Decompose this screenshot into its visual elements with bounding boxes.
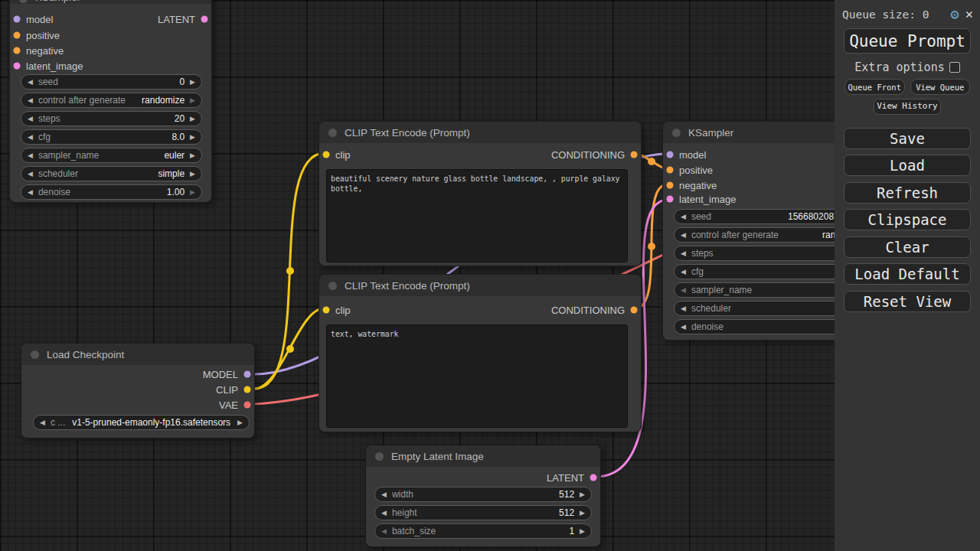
decrement-arrow-icon[interactable]: ◀ [28, 188, 33, 196]
queue-front-button[interactable]: Queue Front [844, 79, 905, 95]
decrement-arrow-icon[interactable]: ◀ [381, 491, 387, 498]
slot-dot-icon[interactable] [243, 370, 251, 378]
widget-control-after-generate[interactable]: ◀ control after generate randomize [674, 227, 845, 243]
slot-dot-icon[interactable] [322, 151, 330, 158]
settings-gear-icon[interactable]: ⚙ [950, 7, 959, 21]
clipspace-button[interactable]: Clipspace [844, 209, 971, 230]
widget-cfg[interactable]: ◀ cfg [674, 264, 845, 279]
input-slot-model[interactable]: model [666, 148, 706, 161]
output-slot-vae[interactable]: VAE [219, 399, 251, 411]
node-canvas[interactable]: KSampler model positive negative latent_… [0, 0, 980, 551]
slot-dot-icon[interactable] [666, 195, 674, 203]
decrement-arrow-icon[interactable]: ◀ [28, 133, 33, 141]
slot-dot-icon[interactable] [13, 15, 21, 23]
node-title-bar[interactable]: KSampler [663, 122, 857, 143]
widget-seed[interactable]: ◀ seed 0 ▶ [21, 74, 202, 90]
output-slot-latent[interactable]: LATENT [158, 13, 208, 25]
load-default-button[interactable]: Load Default [844, 263, 971, 285]
slot-dot-icon[interactable] [666, 181, 674, 189]
widget-ckpt-name[interactable]: ◀ c ... v1-5-pruned-emaonly-fp16.safeten… [33, 415, 250, 430]
slot-dot-icon[interactable] [666, 166, 674, 174]
output-slot-model[interactable]: MODEL [203, 368, 251, 380]
output-slot-conditioning[interactable]: CONDITIONING [551, 304, 638, 316]
view-queue-button[interactable]: View Queue [910, 79, 971, 95]
input-slot-clip[interactable]: clip [322, 304, 351, 316]
slot-dot-icon[interactable] [666, 151, 674, 158]
negative-prompt-textarea[interactable]: text, watermark [326, 324, 628, 428]
increment-arrow-icon[interactable]: ▶ [190, 188, 195, 196]
node-title-bar[interactable]: Empty Latent Image [366, 445, 600, 467]
widget-scheduler[interactable]: ◀ scheduler [674, 301, 845, 316]
slot-dot-icon[interactable] [243, 401, 251, 409]
increment-arrow-icon[interactable]: ▶ [190, 115, 195, 122]
node-clip-text-encode-negative[interactable]: CLIP Text Encode (Prompt) clip CONDITION… [318, 274, 642, 432]
output-slot-clip[interactable]: CLIP [216, 383, 251, 396]
save-button[interactable]: Save [844, 128, 971, 149]
input-slot-model[interactable]: model [13, 13, 53, 25]
widget-denoise[interactable]: ◀ denoise [674, 319, 845, 334]
input-slot-negative[interactable]: negative [666, 179, 717, 191]
node-clip-text-encode-positive[interactable]: CLIP Text Encode (Prompt) clip CONDITION… [318, 121, 642, 266]
input-slot-latent-image[interactable]: latent_image [666, 193, 736, 205]
widget-sampler-name[interactable]: ◀ sampler_name euler ▶ [21, 148, 202, 163]
node-title-bar[interactable]: CLIP Text Encode (Prompt) [319, 275, 641, 296]
slot-dot-icon[interactable] [13, 47, 21, 54]
output-slot-conditioning[interactable]: CONDITIONING [551, 148, 638, 161]
input-slot-clip[interactable]: clip [322, 148, 351, 161]
decrement-arrow-icon[interactable]: ◀ [40, 419, 45, 426]
node-title-bar[interactable]: KSampler [10, 0, 211, 4]
increment-arrow-icon[interactable]: ▶ [190, 78, 195, 86]
node-title-bar[interactable]: Load Checkpoint [21, 344, 254, 365]
decrement-arrow-icon[interactable]: ◀ [381, 527, 387, 535]
decrement-arrow-icon[interactable]: ◀ [28, 78, 33, 86]
widget-width[interactable]: ◀ width 512 ▶ [374, 487, 592, 502]
queue-prompt-button[interactable]: Queue Prompt [844, 28, 971, 54]
decrement-arrow-icon[interactable]: ◀ [681, 231, 686, 239]
decrement-arrow-icon[interactable]: ◀ [28, 170, 33, 178]
decrement-arrow-icon[interactable]: ◀ [28, 115, 33, 122]
widget-seed[interactable]: ◀ seed 1566802087 [674, 209, 845, 224]
node-empty-latent-image[interactable]: Empty Latent Image LATENT ◀ width 512 ▶ … [365, 445, 601, 547]
slot-dot-icon[interactable] [13, 31, 21, 39]
slot-dot-icon[interactable] [13, 62, 21, 70]
collapse-dot-icon[interactable] [672, 129, 681, 137]
clear-button[interactable]: Clear [844, 236, 971, 258]
input-slot-negative[interactable]: negative [13, 44, 64, 57]
decrement-arrow-icon[interactable]: ◀ [681, 286, 686, 294]
decrement-arrow-icon[interactable]: ◀ [28, 152, 33, 159]
decrement-arrow-icon[interactable]: ◀ [681, 268, 686, 276]
collapse-dot-icon[interactable] [328, 282, 337, 290]
widget-steps[interactable]: ◀ steps [674, 246, 845, 261]
decrement-arrow-icon[interactable]: ◀ [28, 96, 33, 104]
decrement-arrow-icon[interactable]: ◀ [681, 213, 686, 220]
increment-arrow-icon[interactable]: ▶ [580, 509, 585, 517]
widget-height[interactable]: ◀ height 512 ▶ [374, 505, 592, 520]
input-slot-latent-image[interactable]: latent_image [13, 60, 83, 72]
node-ksampler-right[interactable]: KSampler model positive negative latent_… [662, 121, 858, 341]
increment-arrow-icon[interactable]: ▶ [190, 133, 195, 141]
widget-denoise[interactable]: ◀ denoise 1.00 ▶ [21, 184, 202, 200]
input-slot-positive[interactable]: positive [666, 164, 713, 176]
increment-arrow-icon[interactable]: ▶ [237, 419, 243, 426]
decrement-arrow-icon[interactable]: ◀ [381, 509, 387, 517]
node-ksampler-left[interactable]: KSampler model positive negative latent_… [9, 0, 212, 203]
collapse-dot-icon[interactable] [328, 129, 337, 137]
increment-arrow-icon[interactable]: ▶ [580, 491, 585, 498]
collapse-dot-icon[interactable] [31, 350, 39, 359]
slot-dot-icon[interactable] [630, 151, 638, 158]
slot-dot-icon[interactable] [243, 386, 251, 393]
node-load-checkpoint[interactable]: Load Checkpoint MODEL CLIP VAE ◀ c ... v… [21, 343, 255, 439]
decrement-arrow-icon[interactable]: ◀ [681, 323, 686, 331]
decrement-arrow-icon[interactable]: ◀ [681, 249, 686, 257]
slot-dot-icon[interactable] [590, 474, 597, 481]
slot-dot-icon[interactable] [322, 306, 330, 314]
view-history-button[interactable]: View History [874, 99, 941, 115]
widget-cfg[interactable]: ◀ cfg 8.0 ▶ [21, 129, 202, 145]
decrement-arrow-icon[interactable]: ◀ [681, 305, 686, 312]
positive-prompt-textarea[interactable]: beautiful scenery nature glass bottle la… [326, 169, 628, 262]
widget-control-after-generate[interactable]: ◀ control after generate randomize ▶ [21, 93, 202, 108]
collapse-dot-icon[interactable] [375, 452, 384, 461]
node-title-bar[interactable]: CLIP Text Encode (Prompt) [319, 122, 641, 143]
reset-view-button[interactable]: Reset View [844, 291, 971, 312]
increment-arrow-icon[interactable]: ▶ [580, 527, 585, 535]
